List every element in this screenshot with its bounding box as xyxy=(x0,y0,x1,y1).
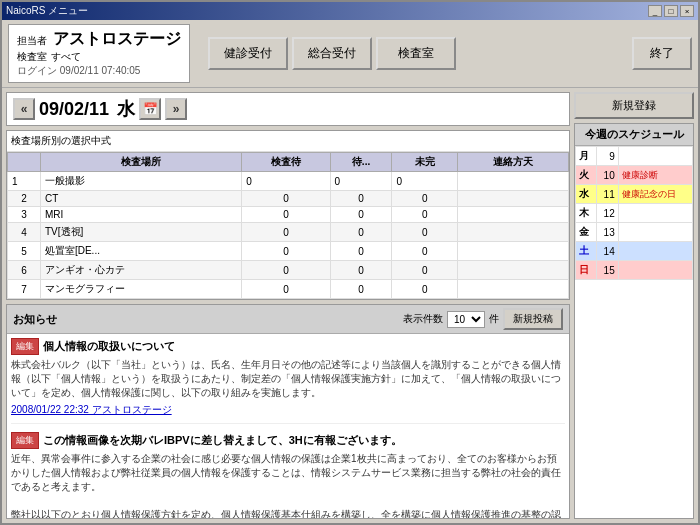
col-c4: 連絡方天 xyxy=(458,153,569,172)
schedule-dow: 水 xyxy=(576,185,597,204)
row-no: 2 xyxy=(8,191,41,207)
schedule-row[interactable]: 日 15 xyxy=(576,261,693,280)
news-header: お知らせ 表示件数 10 20 30 件 新規投稿 xyxy=(7,305,569,334)
row-c1: 0 xyxy=(242,172,330,191)
schedule-row[interactable]: 月 9 xyxy=(576,147,693,166)
news-count-select[interactable]: 10 20 30 xyxy=(447,311,485,328)
sogo-button[interactable]: 総合受付 xyxy=(292,37,372,70)
news-item: 編集 この情報画像を次期バレIBPVに差し替えまして、3Hに有報ございます。 近… xyxy=(11,432,565,518)
title-bar: NaicoRS メニュー _ □ × xyxy=(2,2,698,20)
table-body: 1 一般撮影 0 0 0 2 CT 0 0 0 3 MRI 0 0 0 4 TV… xyxy=(8,172,569,299)
row-place: マンモグラフィー xyxy=(40,280,241,299)
schedule-event xyxy=(618,223,692,242)
row-c1: 0 xyxy=(242,280,330,299)
schedule-header: 今週のスケジュール xyxy=(575,124,693,146)
row-c4 xyxy=(458,261,569,280)
col-no xyxy=(8,153,41,172)
row-no: 7 xyxy=(8,280,41,299)
schedule-day: 14 xyxy=(596,242,618,261)
row-c4 xyxy=(458,280,569,299)
schedule-event: 健康記念の日 xyxy=(618,185,692,204)
schedule-row[interactable]: 水 11 健康記念の日 xyxy=(576,185,693,204)
news-item-header: 編集 この情報画像を次期バレIBPVに差し替えまして、3Hに有報ございます。 xyxy=(11,432,565,449)
left-panel: « 09/02/11 水 📅 » 検査場所別の選択中式 検査場所 検査 xyxy=(6,92,570,519)
title-bar-buttons: _ □ × xyxy=(648,5,694,17)
row-c4 xyxy=(458,207,569,223)
row-c1: 0 xyxy=(242,191,330,207)
schedule-row[interactable]: 土 14 xyxy=(576,242,693,261)
row-c3: 0 xyxy=(392,242,458,261)
data-table: 検査場所 検査待 待... 未完 連絡方天 1 一般撮影 0 0 0 2 CT … xyxy=(7,152,569,299)
next-date-button[interactable]: » xyxy=(165,98,187,120)
schedule-day: 15 xyxy=(596,261,618,280)
col-c2: 待... xyxy=(330,153,392,172)
table-row[interactable]: 7 マンモグラフィー 0 0 0 xyxy=(8,280,569,299)
news-item-header: 編集 個人情報の取扱いについて xyxy=(11,338,565,355)
row-c2: 0 xyxy=(330,207,392,223)
news-count-label: 表示件数 xyxy=(403,312,443,326)
table-row[interactable]: 1 一般撮影 0 0 0 xyxy=(8,172,569,191)
new-reg-button[interactable]: 新規登録 xyxy=(574,92,694,119)
maximize-button[interactable]: □ xyxy=(664,5,678,17)
table-row[interactable]: 3 MRI 0 0 0 xyxy=(8,207,569,223)
schedule-event xyxy=(618,261,692,280)
table-header: 検査場所 検査待 待... 未完 連絡方天 xyxy=(8,153,569,172)
schedule-day: 10 xyxy=(596,166,618,185)
exam-label: 検査室 xyxy=(17,50,47,64)
date-nav: « 09/02/11 水 📅 » xyxy=(6,92,570,126)
exam-value: すべて xyxy=(51,50,81,64)
news-item-title: 個人情報の取扱いについて xyxy=(43,339,175,354)
table-row[interactable]: 5 処置室[DE... 0 0 0 xyxy=(8,242,569,261)
schedule-dow: 月 xyxy=(576,147,597,166)
minimize-button[interactable]: _ xyxy=(648,5,662,17)
schedule-section: 今週のスケジュール 月 9 火 10 健康診断 水 11 健康記念の日 木 12… xyxy=(574,123,694,519)
schedule-row[interactable]: 火 10 健康診断 xyxy=(576,166,693,185)
row-place: 処置室[DE... xyxy=(40,242,241,261)
schedule-row[interactable]: 金 13 xyxy=(576,223,693,242)
end-button[interactable]: 終了 xyxy=(632,37,692,70)
kenshin-button[interactable]: 健診受付 xyxy=(208,37,288,70)
row-c1: 0 xyxy=(242,223,330,242)
news-controls: 表示件数 10 20 30 件 新規投稿 xyxy=(403,308,563,330)
schedule-day: 11 xyxy=(596,185,618,204)
search-label: 検査場所別の選択中式 xyxy=(11,135,111,146)
table-section: 検査場所別の選択中式 検査場所 検査待 待... 未完 連絡方天 xyxy=(6,130,570,300)
top-bar: 担当者 アストロステージ 検査室 すべて ログイン 09/02/11 07:40… xyxy=(2,20,698,88)
row-place: CT xyxy=(40,191,241,207)
top-buttons: 健診受付 総合受付 検査室 xyxy=(208,37,456,70)
table-row[interactable]: 6 アンギオ・心カテ 0 0 0 xyxy=(8,261,569,280)
schedule-day: 13 xyxy=(596,223,618,242)
news-content: 編集 個人情報の取扱いについて 株式会社バルク（以下「当社」という）は、氏名、生… xyxy=(7,334,569,518)
calendar-icon[interactable]: 📅 xyxy=(139,98,161,120)
news-title: お知らせ xyxy=(13,312,57,327)
kensaroom-button[interactable]: 検査室 xyxy=(376,37,456,70)
row-no: 6 xyxy=(8,261,41,280)
news-item-footer[interactable]: 2008/01/22 22:32 アストロステージ xyxy=(11,403,565,417)
row-c3: 0 xyxy=(392,223,458,242)
schedule-row[interactable]: 木 12 xyxy=(576,204,693,223)
schedule-dow: 火 xyxy=(576,166,597,185)
news-badge: 編集 xyxy=(11,432,39,449)
row-c1: 0 xyxy=(242,261,330,280)
news-post-button[interactable]: 新規投稿 xyxy=(503,308,563,330)
row-place: MRI xyxy=(40,207,241,223)
table-row[interactable]: 2 CT 0 0 0 xyxy=(8,191,569,207)
row-no: 3 xyxy=(8,207,41,223)
table-search-row: 検査場所別の選択中式 xyxy=(7,131,569,152)
schedule-table: 月 9 火 10 健康診断 水 11 健康記念の日 木 12 金 13 土 14… xyxy=(575,146,693,280)
table-row[interactable]: 4 TV[透視] 0 0 0 xyxy=(8,223,569,242)
row-no: 4 xyxy=(8,223,41,242)
schedule-day: 12 xyxy=(596,204,618,223)
row-c2: 0 xyxy=(330,191,392,207)
schedule-event: 健康診断 xyxy=(618,166,692,185)
row-no: 5 xyxy=(8,242,41,261)
row-c4 xyxy=(458,172,569,191)
schedule-dow: 日 xyxy=(576,261,597,280)
row-c2: 0 xyxy=(330,172,392,191)
clinic-info: 担当者 アストロステージ 検査室 すべて ログイン 09/02/11 07:40… xyxy=(8,24,190,83)
close-button[interactable]: × xyxy=(680,5,694,17)
prev-date-button[interactable]: « xyxy=(13,98,35,120)
row-no: 1 xyxy=(8,172,41,191)
news-item: 編集 個人情報の取扱いについて 株式会社バルク（以下「当社」という）は、氏名、生… xyxy=(11,338,565,424)
schedule-dow: 木 xyxy=(576,204,597,223)
